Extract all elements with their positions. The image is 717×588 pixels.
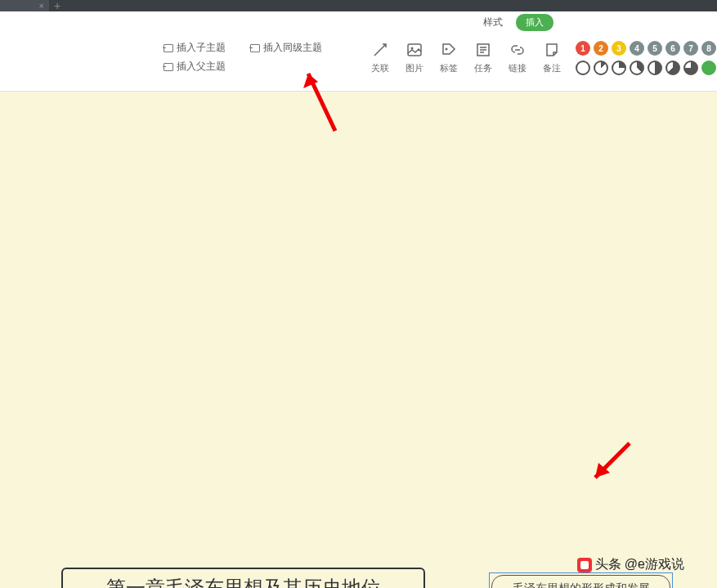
insert-child-topic-button[interactable]: 插入子主题 [164, 41, 226, 55]
progress-markers-row [576, 61, 716, 75]
tag-tool-button[interactable]: 标签 [440, 41, 458, 74]
insert-sibling-label: 插入同级主题 [263, 41, 322, 55]
tag-label: 标签 [440, 62, 458, 74]
priority-2-marker[interactable]: 2 [594, 41, 608, 56]
insert-sibling-topic-button[interactable]: 插入同级主题 [250, 41, 322, 55]
image-tool-button[interactable]: 图片 [406, 41, 423, 74]
annotation-arrow-icon [298, 65, 347, 139]
note-tool-button[interactable]: 备注 [543, 41, 561, 74]
ribbon-toolbar: 插入子主题 插入同级主题 插入父主题 关联 图片 [0, 33, 717, 92]
active-tab[interactable]: × [0, 0, 49, 11]
progress-62-icon[interactable] [665, 61, 680, 75]
child-topic-node[interactable]: 毛泽东思想的形形成和发展 [491, 575, 670, 588]
svg-point-2 [446, 48, 448, 51]
task-icon [474, 41, 492, 59]
insert-child-label: 插入子主题 [177, 41, 226, 55]
mindmap-canvas[interactable]: 第一章毛泽东思想及其历史地位 毛泽东思想的形形成和发展 头条 @e游戏说 [0, 92, 717, 588]
close-tab-icon[interactable]: × [39, 0, 44, 11]
priority-1-marker[interactable]: 1 [576, 41, 590, 56]
progress-done-icon[interactable] [701, 61, 716, 75]
style-tab[interactable]: 样式 [483, 16, 503, 29]
root-topic-text: 第一章毛泽东思想及其历史地位 [106, 575, 381, 588]
priority-6-marker[interactable]: 6 [665, 41, 680, 56]
link-icon [509, 41, 527, 59]
topic-icon [250, 44, 260, 52]
ribbon-tools-group: 关联 图片 标签 任务 链接 [371, 41, 561, 74]
image-icon [406, 41, 423, 59]
header-bar: 样式 插入 [0, 11, 717, 33]
progress-12-icon[interactable] [594, 61, 608, 75]
link-tool-button[interactable]: 链接 [509, 41, 527, 74]
tag-icon [440, 41, 458, 59]
priority-7-marker[interactable]: 7 [683, 41, 698, 56]
progress-25-icon[interactable] [612, 61, 626, 75]
progress-75-icon[interactable] [683, 61, 698, 75]
note-icon [543, 41, 561, 59]
relation-tool-button[interactable]: 关联 [371, 41, 389, 74]
root-topic-node[interactable]: 第一章毛泽东思想及其历史地位 [61, 568, 425, 588]
topic-icon [164, 63, 173, 71]
tab-bar: × + [0, 0, 717, 11]
add-tab-button[interactable]: + [49, 0, 65, 11]
watermark-logo-icon [577, 558, 592, 572]
child-topic-selection[interactable]: 毛泽东思想的形形成和发展 [489, 572, 673, 588]
watermark-handle: @e游戏说 [625, 556, 684, 573]
number-markers-row: 12345678 [576, 41, 716, 56]
topic-icon [164, 44, 173, 52]
task-label: 任务 [474, 62, 492, 74]
relation-icon [371, 41, 389, 59]
progress-0-icon[interactable] [576, 61, 590, 75]
insert-tab[interactable]: 插入 [516, 14, 553, 31]
link-label: 链接 [509, 62, 527, 74]
watermark-prefix: 头条 [595, 556, 621, 573]
relation-label: 关联 [371, 62, 389, 74]
priority-4-marker[interactable]: 4 [630, 41, 644, 56]
priority-3-marker[interactable]: 3 [612, 41, 626, 56]
image-label: 图片 [406, 62, 423, 74]
child-topic-text: 毛泽东思想的形形成和发展 [513, 581, 650, 588]
progress-50-icon[interactable] [648, 61, 662, 75]
marker-panel: 12345678 [576, 41, 716, 75]
note-label: 备注 [543, 62, 561, 74]
priority-8-marker[interactable]: 8 [701, 41, 716, 56]
annotation-arrow-icon [580, 435, 638, 492]
progress-37-icon[interactable] [630, 61, 644, 75]
task-tool-button[interactable]: 任务 [474, 41, 492, 74]
priority-5-marker[interactable]: 5 [648, 41, 662, 56]
insert-parent-label: 插入父主题 [177, 60, 226, 74]
watermark: 头条 @e游戏说 [577, 556, 684, 573]
svg-point-1 [411, 47, 414, 50]
